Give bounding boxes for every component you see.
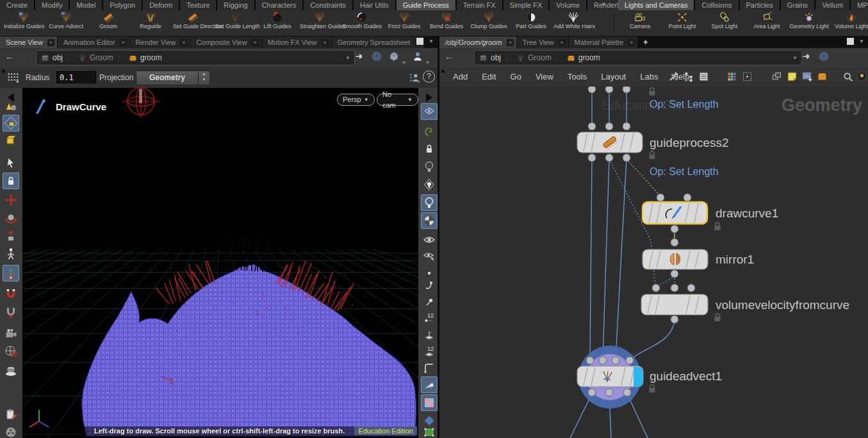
select-cursor-icon[interactable] (3, 155, 19, 171)
node-volumevelocityfromcurve[interactable] (641, 294, 708, 315)
shelf-tab-mpm[interactable]: MPM (851, 0, 868, 10)
node-connector[interactable] (671, 316, 678, 323)
node-connector[interactable] (588, 87, 596, 93)
shelf-tool-set-guide-direction[interactable]: Set Guide Direction (173, 11, 213, 35)
scroll-down-icon[interactable] (421, 434, 438, 438)
shelf-tool-clump-guides[interactable]: Clump Guides (469, 11, 509, 35)
shelf-tool-smooth-guides[interactable]: Smooth Guides (342, 11, 382, 35)
close-tab-icon[interactable]: ✕ (507, 39, 514, 46)
network-editor[interactable]: Education Edition Geometry (439, 87, 868, 438)
note-icon[interactable] (786, 71, 798, 83)
view-camera-icon[interactable] (3, 325, 19, 342)
shelf-tab-deform[interactable]: Deform (143, 0, 179, 10)
maximize-pane-icon[interactable] (416, 38, 423, 45)
node-connector[interactable] (623, 87, 630, 93)
handles-tool-icon[interactable] (3, 265, 19, 282)
shelf-tool-frizz-guides[interactable]: Frizz Guides (384, 11, 424, 35)
radar-icon[interactable] (371, 51, 382, 65)
node-connector[interactable] (586, 357, 594, 364)
network-menu-add[interactable]: Add (446, 67, 475, 86)
network-menu-layout[interactable]: Layout (594, 67, 633, 86)
hdr-spiral-icon[interactable] (421, 122, 438, 139)
shelf-tab-collisions[interactable]: Collisions (695, 0, 738, 10)
shelf-tool-reguide[interactable]: Reguide (131, 11, 170, 35)
shelf-tool-geometry-light[interactable]: Geometry Light (789, 11, 829, 35)
breadcrumb-groom[interactable]: groom (128, 53, 162, 63)
person-icon[interactable] (412, 51, 423, 65)
pin-needle-icon[interactable] (421, 293, 438, 310)
film-reel-icon[interactable] (3, 424, 19, 438)
shelf-tab-guide-process[interactable]: Guide Process (397, 0, 455, 10)
node-connector[interactable] (657, 194, 664, 201)
prim-normal-icon[interactable] (421, 326, 438, 343)
node-label-volumevelocityfromcurve[interactable]: volumevelocityfromcurve (716, 298, 849, 312)
node-connector[interactable] (687, 284, 695, 292)
help-icon[interactable]: ? (423, 71, 435, 83)
nav-forward-button[interactable]: → (459, 52, 467, 62)
shelf-tab-texture[interactable]: Texture (180, 0, 216, 10)
cube-icon[interactable] (388, 51, 400, 65)
shelf-overflow-caret[interactable]: ▼ (601, 1, 607, 8)
pane-tab-material-palette[interactable]: Material Palette✕ (569, 37, 637, 48)
image-add-icon[interactable] (801, 71, 814, 83)
nav-back-button[interactable]: ← (445, 52, 453, 62)
node-label-guideadvect1[interactable]: guideadvect1 (650, 369, 722, 383)
close-tab-icon[interactable]: ✕ (322, 39, 329, 46)
dotted-square-icon[interactable] (741, 71, 753, 83)
node-connector[interactable] (605, 154, 613, 162)
shelf-tab-create[interactable]: Create (0, 0, 34, 10)
pin-icon[interactable] (801, 51, 812, 65)
node-connector[interactable] (612, 357, 619, 364)
node-guideadvect1[interactable] (577, 366, 643, 387)
snap-magnet-icon[interactable] (3, 285, 19, 302)
view-menu-button[interactable]: Persp▼ (337, 94, 375, 106)
shelf-tool-volume-light[interactable]: Volume Light (831, 11, 868, 35)
network-menu-view[interactable]: View (528, 67, 561, 86)
shelf-tab-characters[interactable]: Characters (256, 0, 303, 10)
search-icon[interactable] (842, 71, 854, 83)
path-dropdown-caret-icon[interactable]: ▼ (792, 55, 798, 61)
pane-tab-scene-view[interactable]: Scene View✕ (0, 37, 57, 48)
node-connector[interactable] (623, 122, 630, 130)
breadcrumb-Groom[interactable]: Groom (516, 53, 552, 63)
snap-multi-icon[interactable] (3, 305, 19, 321)
shelf-tab-simple-fx[interactable]: Simple FX (504, 0, 549, 10)
node-connector[interactable] (684, 194, 691, 201)
operation-grid-icon[interactable] (6, 71, 19, 87)
radar-icon[interactable] (818, 51, 830, 65)
selection-mode-icon[interactable] (408, 71, 421, 87)
node-connector[interactable] (623, 154, 630, 162)
light-off-icon[interactable] (421, 158, 438, 175)
pane-tab--obj-groom-groom[interactable]: /obj/Groom/groom✕ (439, 37, 516, 48)
light-normal-icon[interactable] (421, 194, 438, 211)
node-drawcurve1[interactable] (643, 202, 707, 224)
node-connector[interactable] (588, 154, 596, 162)
breadcrumb-obj[interactable]: obj (479, 53, 501, 63)
light-headlight-icon[interactable] (421, 176, 438, 193)
pane-tab-tree-view[interactable]: Tree View✕ (517, 37, 568, 48)
shelf-tab-lights-and-cameras[interactable]: Lights and Cameras (618, 0, 694, 10)
pane-splitter-icon[interactable]: ▲ (440, 67, 446, 74)
radius-input[interactable] (56, 71, 96, 83)
palette-icon[interactable] (726, 71, 738, 83)
viewport-lock-icon[interactable] (421, 140, 438, 157)
shelf-tool-spot-light[interactable]: Spot Light (705, 11, 744, 35)
path-field[interactable]: obj〉Groom〉groom▼ (36, 50, 355, 65)
node-label-mirror1[interactable]: mirror1 (716, 253, 754, 266)
node-connector[interactable] (671, 270, 678, 278)
node-connector[interactable] (605, 389, 613, 396)
wrench-icon[interactable] (667, 71, 680, 83)
shelf-tool-initialize-guides[interactable]: Initialize Guides (4, 11, 44, 35)
shelf-tab-polygon[interactable]: Polygon (103, 0, 142, 10)
overview-icon[interactable] (856, 71, 868, 83)
shelf-tab-constraints[interactable]: Constraints (304, 0, 352, 10)
path-dropdown-caret-icon[interactable]: ▼ (345, 55, 350, 61)
node-connector[interactable] (671, 225, 678, 233)
close-tab-icon[interactable]: ✕ (120, 39, 127, 46)
scale-tool-icon[interactable] (3, 228, 19, 244)
shelf-tool-groom[interactable]: Groom (88, 11, 128, 35)
close-tab-icon[interactable]: ✕ (559, 39, 566, 46)
close-tab-icon[interactable]: ✕ (628, 39, 635, 46)
layout-grid-icon[interactable] (421, 103, 438, 120)
pane-tab-geometry-spreadsheet[interactable]: Geometry Spreadsheet✕ (332, 37, 425, 48)
